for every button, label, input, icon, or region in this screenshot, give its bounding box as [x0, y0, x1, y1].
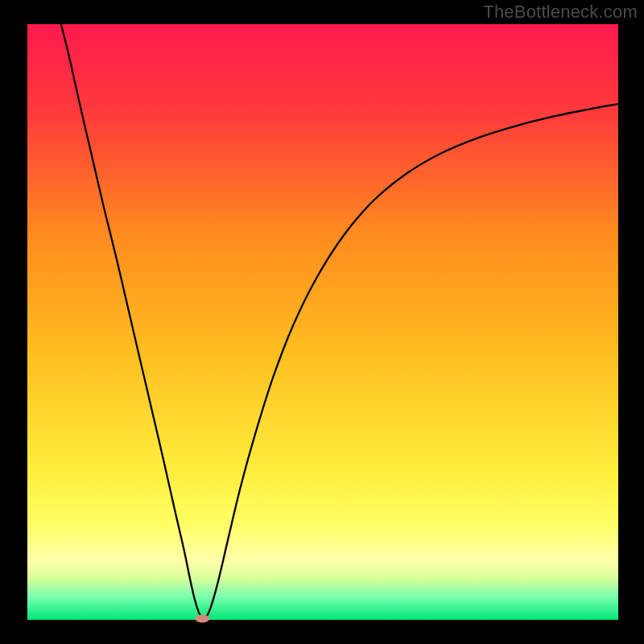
bottleneck-chart [0, 0, 644, 644]
plot-background [27, 24, 618, 620]
minimum-marker [195, 615, 209, 623]
chart-frame: TheBottleneck.com [0, 0, 644, 644]
